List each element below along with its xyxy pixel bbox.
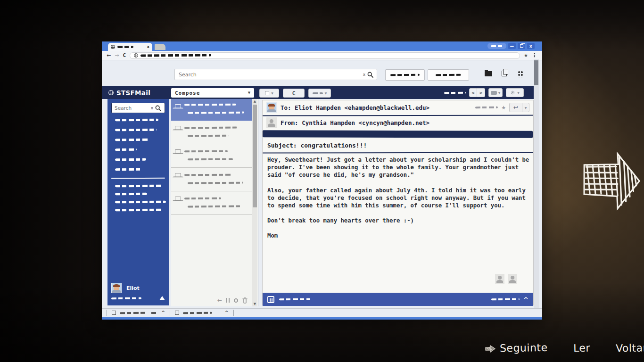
settings-button[interactable]: ▼ — [506, 88, 524, 97]
email-list-item[interactable] — [171, 121, 252, 144]
mailbox-search-clear-icon[interactable]: x — [151, 106, 153, 110]
more-actions-button[interactable]: ▼ — [308, 89, 331, 98]
menu-back-label: Voltar — [615, 342, 644, 354]
redacted-subject — [188, 158, 233, 161]
reply-icon[interactable]: ↩ — [510, 103, 522, 112]
site-globe-icon — [134, 53, 138, 58]
browser-window: x x ← → C ★ ⋮ x — [102, 41, 542, 320]
body-paragraph: Mom — [267, 232, 529, 239]
apps-grid-icon[interactable] — [517, 70, 524, 77]
email-list-item[interactable] — [171, 191, 252, 215]
search-magnifier-icon[interactable] — [367, 72, 373, 78]
restore-button[interactable] — [518, 43, 525, 49]
contact-person-icon[interactable] — [495, 274, 504, 284]
redacted-sender — [184, 104, 236, 106]
browser-action-button-1[interactable] — [385, 69, 425, 81]
menu-back-button[interactable]: Voltar — [615, 342, 644, 354]
expand-caret-icon[interactable]: ^ — [523, 296, 528, 303]
subject-underline — [263, 152, 533, 153]
game-screen: x x ← → C ★ ⋮ x — [0, 0, 644, 362]
menu-read-button[interactable]: Ler — [573, 342, 590, 354]
sidebar-label-item[interactable] — [107, 198, 169, 206]
redacted-sender — [184, 150, 228, 153]
scrollbar-thumb[interactable] — [253, 105, 257, 207]
trash-icon[interactable] — [242, 297, 248, 304]
redacted-button-label — [313, 92, 323, 94]
scroll-up-icon[interactable]: ▲ — [252, 99, 257, 103]
sidebar-user: Eliot — [111, 283, 140, 293]
archive-left-arrow-icon[interactable]: ← — [217, 297, 222, 304]
redacted-subject — [188, 206, 240, 208]
folder-icon[interactable] — [485, 71, 492, 76]
sidebar-label-item[interactable] — [107, 182, 169, 190]
back-icon[interactable]: ← — [107, 53, 111, 58]
redacted-subject — [188, 112, 244, 114]
address-bar[interactable] — [130, 52, 520, 59]
redacted-sender — [184, 174, 231, 176]
attachment-panel-icon[interactable] — [267, 296, 274, 303]
subject-separator-bar — [263, 130, 533, 138]
mailbox-search-input[interactable] — [112, 105, 151, 111]
browser-tab[interactable]: x — [108, 43, 152, 51]
search-clear-icon[interactable]: x — [363, 72, 365, 77]
browser-action-button-2[interactable] — [428, 69, 469, 81]
page-scrollbar-thumb[interactable] — [534, 60, 538, 85]
reload-icon[interactable]: C — [123, 53, 126, 58]
input-tools-button[interactable]: ▼ — [488, 88, 503, 97]
window-menu-button[interactable] — [487, 43, 506, 49]
reply-options-icon[interactable]: ▼ — [522, 103, 529, 112]
mail-brand: STSFMail — [108, 89, 150, 97]
close-button[interactable]: x — [527, 43, 535, 49]
compose-dropdown[interactable]: Compose ▼ — [171, 88, 254, 98]
email-from-row: From: Cynthia Hampden <cyncyn@hampden.ne… — [263, 116, 533, 129]
redacted-sender — [184, 127, 237, 129]
star-icon[interactable]: ★ — [501, 105, 506, 111]
email-list-item[interactable] — [171, 144, 252, 168]
new-tab-button[interactable] — [155, 44, 165, 50]
minimize-button[interactable] — [508, 43, 516, 49]
collapse-triangle-icon[interactable] — [159, 296, 165, 300]
sidebar-folder-item[interactable] — [107, 125, 169, 135]
mailbox-search-magnifier-icon[interactable] — [155, 105, 161, 111]
older-button[interactable]: > — [477, 88, 485, 97]
sidebar-folder-item[interactable] — [107, 145, 169, 155]
download-item[interactable]: ^ — [112, 310, 165, 315]
email-list-item[interactable] — [171, 168, 252, 191]
email-body: Hey, Sweetheart! Just got a letter about… — [267, 156, 529, 247]
pause-icon[interactable] — [226, 298, 230, 303]
sidebar-label-item[interactable] — [107, 206, 169, 214]
sidebar-folder-item[interactable] — [107, 165, 169, 174]
compose-dropdown-icon[interactable]: ▼ — [244, 88, 254, 98]
copy-pages-icon[interactable] — [502, 71, 507, 76]
contact-person-icon[interactable] — [508, 274, 517, 284]
menu-next-label: Seguinte — [500, 342, 548, 354]
email-list-item-selected[interactable] — [171, 99, 252, 121]
sidebar-folder-item[interactable] — [107, 135, 169, 145]
download-item[interactable]: ^ — [175, 310, 228, 315]
download-caret-icon[interactable]: ^ — [224, 310, 228, 315]
sidebar-label-item[interactable] — [107, 190, 169, 198]
page-scrollbar[interactable]: ▼ — [534, 59, 539, 317]
select-all-button[interactable]: ▼ — [259, 89, 279, 98]
email-reading-pane: To: Eliot Hampden <ehampden@blackwell.ed… — [262, 100, 534, 305]
forward-icon[interactable]: → — [115, 53, 119, 58]
redacted-button-label — [390, 74, 420, 76]
email-list-scrollbar[interactable]: ▲ ▼ — [252, 99, 257, 306]
scroll-down-icon[interactable]: ▼ — [252, 302, 257, 306]
refresh-button[interactable]: C — [283, 89, 305, 98]
page-search-box[interactable]: x — [174, 69, 377, 80]
circle-icon[interactable] — [234, 298, 238, 303]
mailbox-search-box[interactable]: x — [111, 103, 165, 113]
bookmark-star-icon[interactable]: ★ — [524, 53, 528, 58]
browser-menu-dots-icon[interactable]: ⋮ — [532, 52, 537, 58]
redacted-filename — [183, 312, 212, 313]
sidebar-folder-item[interactable] — [107, 155, 169, 165]
page-search-input[interactable] — [175, 72, 363, 78]
menu-next-button[interactable]: Seguinte — [485, 342, 548, 354]
redacted-subject — [188, 135, 229, 137]
download-caret-icon[interactable]: ^ — [161, 310, 165, 315]
sidebar-folder-item[interactable] — [107, 115, 169, 125]
folder-list-primary — [107, 115, 169, 174]
tab-close-icon[interactable]: x — [147, 45, 149, 49]
newer-button[interactable]: < — [469, 88, 477, 97]
